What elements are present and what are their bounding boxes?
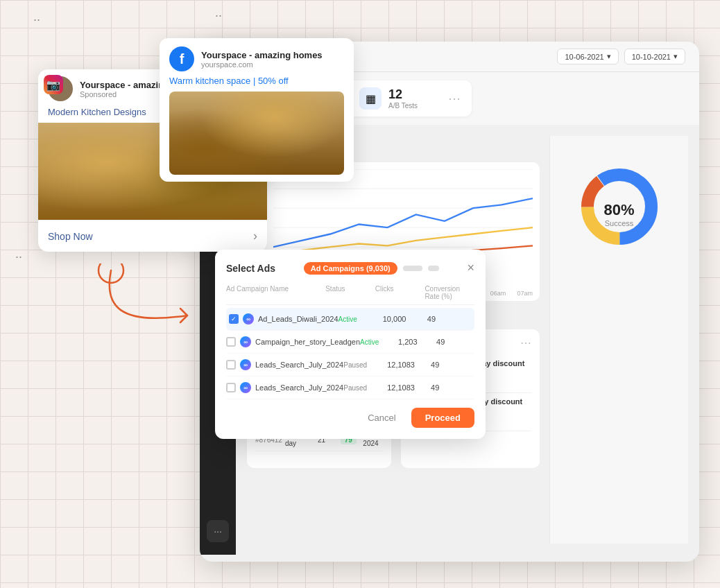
modal-row-2-name: ∞ Campaign_her_story_Leadgen bbox=[226, 336, 360, 347]
proceed-button[interactable]: Proceed bbox=[411, 408, 474, 428]
stat-abtests: ▦ 12 A/B Tests ⋯ bbox=[348, 80, 472, 116]
modal-row-1[interactable]: ✓ ∞ Ad_Leads_Diwali_2024 Active 10,000 4… bbox=[226, 308, 474, 331]
checkbox-4[interactable] bbox=[226, 383, 236, 392]
date-to-text: 10-10-2021 bbox=[632, 53, 671, 61]
modal-table-head: Ad Campaign Name Status Clicks Conversio… bbox=[226, 285, 474, 305]
sidebar-bottom[interactable]: ··· bbox=[207, 520, 229, 542]
select-ads-modal: Select Ads Ad Campaigns (9,030) × Ad Cam… bbox=[215, 250, 486, 439]
checkbox-3[interactable] bbox=[226, 360, 236, 370]
chevron-icon: ▾ bbox=[607, 52, 611, 61]
fb-image bbox=[169, 92, 344, 175]
checkbox-1[interactable]: ✓ bbox=[229, 314, 239, 324]
fb-header: f Yourspace - amazing homes yourspace.co… bbox=[169, 46, 344, 71]
meta-icon-4: ∞ bbox=[240, 382, 251, 393]
abtests-number: 12 bbox=[388, 87, 441, 102]
status-2: Active bbox=[360, 338, 398, 346]
meta-icon-1: ∞ bbox=[243, 313, 254, 325]
fb-url: yourspace.com bbox=[201, 60, 323, 69]
abtests-icon: ▦ bbox=[359, 87, 382, 110]
status-3: Paused bbox=[343, 361, 387, 369]
cancel-button[interactable]: Cancel bbox=[359, 408, 404, 428]
modal-close-button[interactable]: × bbox=[467, 261, 474, 275]
date-range: 10-06-2021 ▾ 10-10-2021 ▾ bbox=[557, 49, 685, 64]
ig-shop-now-button[interactable]: Shop Now bbox=[48, 231, 93, 242]
status-4: Paused bbox=[343, 384, 387, 392]
date-from-text: 10-06-2021 bbox=[565, 53, 603, 61]
modal-row-2[interactable]: ∞ Campaign_her_story_Leadgen Active 1,20… bbox=[226, 331, 474, 354]
fb-link-text[interactable]: Warm kitchen space | 50% off bbox=[169, 76, 344, 86]
abtests-label: A/B Tests bbox=[388, 102, 441, 110]
modal-row-1-name: ✓ ∞ Ad_Leads_Diwali_2024 bbox=[229, 313, 338, 325]
chevron-icon-2: ▾ bbox=[674, 52, 678, 61]
deco-dot-2: ·· bbox=[215, 8, 222, 23]
modal-row-4[interactable]: ∞ Leads_Search_July_2024 Paused 12,1083 … bbox=[226, 377, 474, 399]
modal-actions: Cancel Proceed bbox=[226, 408, 474, 428]
modal-header: Select Ads Ad Campaigns (9,030) × bbox=[226, 261, 474, 275]
checkbox-2[interactable] bbox=[226, 337, 236, 347]
donut-container: 80% Success bbox=[558, 144, 680, 227]
modal-tab-ad-campaigns[interactable]: Ad Campaigns (9,030) bbox=[304, 262, 397, 275]
fb-image-inner bbox=[169, 92, 344, 175]
fb-brand-name: Yourspace - amazing homes bbox=[201, 50, 323, 60]
meta-icon-2: ∞ bbox=[240, 336, 251, 347]
modal-title: Select Ads bbox=[226, 263, 275, 274]
ig-cta: Shop Now › bbox=[38, 220, 267, 252]
date-to-pill[interactable]: 10-10-2021 ▾ bbox=[624, 49, 685, 64]
abtests-more-icon[interactable]: ⋯ bbox=[448, 91, 461, 106]
modal-tab-inactive-1[interactable] bbox=[403, 266, 422, 271]
fb-brand-info: Yourspace - amazing homes yourspace.com bbox=[201, 50, 323, 69]
modal-row-4-name: ∞ Leads_Search_July_2024 bbox=[226, 382, 343, 393]
donut-label: Success bbox=[603, 219, 634, 227]
date-from-pill[interactable]: 10-06-2021 ▾ bbox=[557, 49, 618, 64]
modal-tab-inactive-2[interactable] bbox=[428, 266, 439, 271]
facebook-card: f Yourspace - amazing homes yourspace.co… bbox=[160, 38, 354, 182]
deco-dot-1: ·· bbox=[33, 12, 40, 27]
meta-icon-3: ∞ bbox=[240, 359, 251, 370]
deco-dot-3: ·· bbox=[15, 250, 22, 264]
right-panel: 80% Success bbox=[549, 136, 688, 544]
top-ads-more[interactable]: ⋯ bbox=[520, 336, 531, 349]
fb-logo-icon: f bbox=[169, 46, 194, 71]
donut-percentage: 80% bbox=[603, 201, 634, 219]
modal-tabs: Ad Campaigns (9,030) bbox=[304, 262, 439, 275]
abtests-info: 12 A/B Tests bbox=[388, 87, 441, 110]
modal-row-3[interactable]: ∞ Leads_Search_July_2024 Paused 12,1083 … bbox=[226, 354, 474, 377]
instagram-logo-icon: 📷 bbox=[44, 75, 63, 94]
ig-cta-arrow-icon: › bbox=[253, 229, 257, 243]
donut-center: 80% Success bbox=[603, 201, 634, 227]
status-1: Active bbox=[338, 315, 383, 323]
modal-row-3-name: ∞ Leads_Search_July_2024 bbox=[226, 359, 343, 370]
